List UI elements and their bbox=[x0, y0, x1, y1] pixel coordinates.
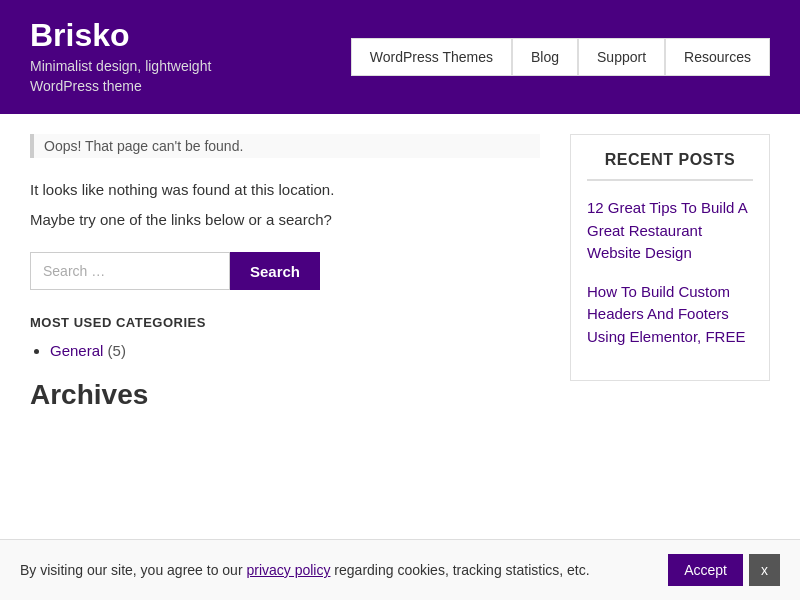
not-found-text-1: It looks like nothing was found at this … bbox=[30, 178, 540, 202]
nav-row-1: WordPress Themes Blog Support bbox=[351, 38, 665, 76]
nav-item-support[interactable]: Support bbox=[578, 38, 665, 76]
list-item: General (5) bbox=[50, 342, 540, 359]
cookie-bar: By visiting our site, you agree to our p… bbox=[0, 539, 800, 600]
nav-item-wordpress-themes[interactable]: WordPress Themes bbox=[351, 38, 512, 76]
recent-post-link-1[interactable]: 12 Great Tips To Build A Great Restauran… bbox=[587, 197, 753, 265]
recent-post-link-2[interactable]: How To Build Custom Headers And Footers … bbox=[587, 281, 753, 349]
cookie-accept-button[interactable]: Accept bbox=[668, 554, 743, 586]
main-container: Oops! That page can't be found. It looks… bbox=[0, 114, 800, 431]
cookie-close-button[interactable]: x bbox=[749, 554, 780, 586]
cookie-buttons: Accept x bbox=[668, 554, 780, 586]
archives-heading: Archives bbox=[30, 379, 540, 411]
sidebar: RECENT POSTS 12 Great Tips To Build A Gr… bbox=[570, 134, 770, 411]
search-form: Search bbox=[30, 252, 540, 290]
content-area: Oops! That page can't be found. It looks… bbox=[30, 134, 540, 411]
recent-posts-heading: RECENT POSTS bbox=[587, 151, 753, 181]
category-count: (5) bbox=[108, 342, 126, 359]
nav-row-2: Resources bbox=[665, 38, 770, 76]
search-button[interactable]: Search bbox=[230, 252, 320, 290]
site-description: Minimalist design, lightweight WordPress… bbox=[30, 57, 211, 96]
category-list: General (5) bbox=[30, 342, 540, 359]
cookie-text-before: By visiting our site, you agree to our bbox=[20, 562, 246, 578]
main-nav: WordPress Themes Blog Support Resources bbox=[351, 38, 770, 76]
site-title: Brisko bbox=[30, 18, 211, 53]
search-input[interactable] bbox=[30, 252, 230, 290]
nav-item-resources[interactable]: Resources bbox=[665, 38, 770, 76]
not-found-text-2: Maybe try one of the links below or a se… bbox=[30, 208, 540, 232]
sidebar-box: RECENT POSTS 12 Great Tips To Build A Gr… bbox=[570, 134, 770, 381]
not-found-heading: Oops! That page can't be found. bbox=[30, 134, 540, 158]
category-link-general[interactable]: General bbox=[50, 342, 103, 359]
categories-heading: MOST USED CATEGORIES bbox=[30, 315, 540, 330]
nav-item-blog[interactable]: Blog bbox=[512, 38, 578, 76]
site-header: Brisko Minimalist design, lightweight Wo… bbox=[0, 0, 800, 114]
cookie-privacy-link[interactable]: privacy policy bbox=[246, 562, 330, 578]
cookie-text-after: regarding cookies, tracking statistics, … bbox=[330, 562, 589, 578]
cookie-text: By visiting our site, you agree to our p… bbox=[20, 562, 648, 578]
site-branding: Brisko Minimalist design, lightweight Wo… bbox=[30, 18, 211, 96]
